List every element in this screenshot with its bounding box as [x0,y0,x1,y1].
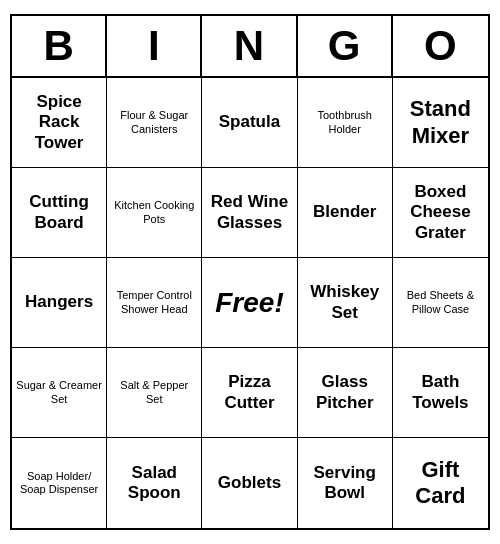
bingo-cell: Pizza Cutter [202,348,297,438]
header-letter: I [107,16,202,76]
bingo-cell: Toothbrush Holder [298,78,393,168]
bingo-cell: Soap Holder/ Soap Dispenser [12,438,107,528]
bingo-cell: Glass Pitcher [298,348,393,438]
bingo-cell: Temper Control Shower Head [107,258,202,348]
cell-text: Gift Card [397,457,484,510]
cell-text: Stand Mixer [397,96,484,149]
cell-text: Blender [313,202,376,222]
bingo-cell: Kitchen Cooking Pots [107,168,202,258]
bingo-cell: Cutting Board [12,168,107,258]
cell-text: Whiskey Set [302,282,388,323]
bingo-cell: Hangers [12,258,107,348]
bingo-header: BINGO [12,16,488,78]
cell-text: Goblets [218,473,281,493]
cell-text: Temper Control Shower Head [111,289,197,315]
cell-text: Toothbrush Holder [302,109,388,135]
cell-text: Spice Rack Tower [16,92,102,153]
bingo-cell: Red Wine Glasses [202,168,297,258]
cell-text: Bed Sheets & Pillow Case [397,289,484,315]
bingo-cell: Salt & Pepper Set [107,348,202,438]
bingo-cell: Free! [202,258,297,348]
cell-text: Boxed Cheese Grater [397,182,484,243]
cell-text: Soap Holder/ Soap Dispenser [16,470,102,496]
bingo-cell: Goblets [202,438,297,528]
cell-text: Sugar & Creamer Set [16,379,102,405]
cell-text: Red Wine Glasses [206,192,292,233]
cell-text: Pizza Cutter [206,372,292,413]
cell-text: Kitchen Cooking Pots [111,199,197,225]
bingo-cell: Flour & Sugar Canisters [107,78,202,168]
bingo-cell: Gift Card [393,438,488,528]
header-letter: N [202,16,297,76]
cell-text: Salad Spoon [111,463,197,504]
cell-text: Hangers [25,292,93,312]
bingo-grid: Spice Rack TowerFlour & Sugar CanistersS… [12,78,488,528]
bingo-cell: Spice Rack Tower [12,78,107,168]
bingo-cell: Stand Mixer [393,78,488,168]
header-letter: G [298,16,393,76]
bingo-cell: Boxed Cheese Grater [393,168,488,258]
header-letter: O [393,16,488,76]
header-letter: B [12,16,107,76]
bingo-card: BINGO Spice Rack TowerFlour & Sugar Cani… [10,14,490,530]
cell-text: Serving Bowl [302,463,388,504]
cell-text: Bath Towels [397,372,484,413]
bingo-cell: Salad Spoon [107,438,202,528]
cell-text: Glass Pitcher [302,372,388,413]
bingo-cell: Spatula [202,78,297,168]
cell-text: Flour & Sugar Canisters [111,109,197,135]
bingo-cell: Whiskey Set [298,258,393,348]
bingo-cell: Blender [298,168,393,258]
bingo-cell: Bed Sheets & Pillow Case [393,258,488,348]
bingo-cell: Bath Towels [393,348,488,438]
cell-text: Cutting Board [16,192,102,233]
bingo-cell: Serving Bowl [298,438,393,528]
cell-text: Spatula [219,112,280,132]
cell-text: Salt & Pepper Set [111,379,197,405]
bingo-cell: Sugar & Creamer Set [12,348,107,438]
cell-text: Free! [215,286,283,320]
